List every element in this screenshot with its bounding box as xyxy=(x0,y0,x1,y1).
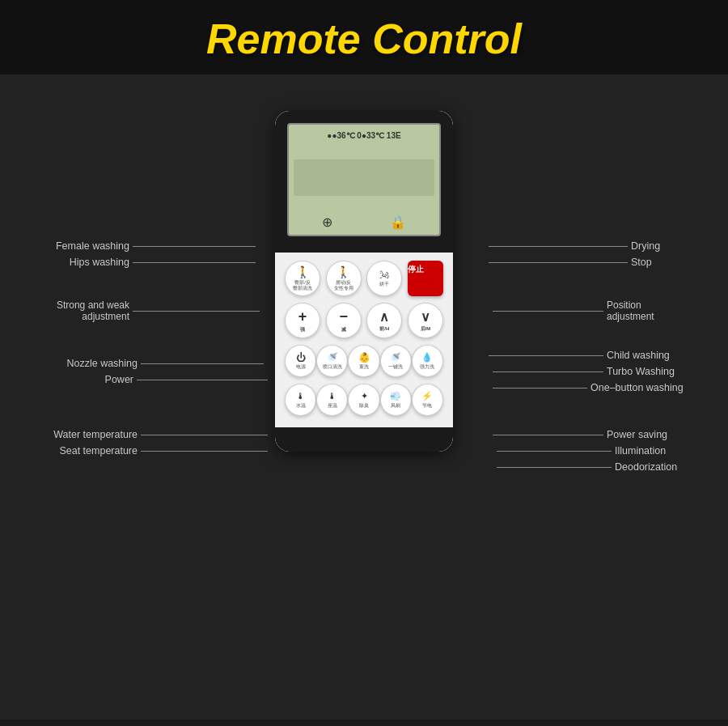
annotation-stop: Stop xyxy=(485,257,696,268)
nozzle-washing-button[interactable]: 🚿 喷口清洗 xyxy=(316,345,348,377)
header: Remote Control xyxy=(0,0,728,74)
nozzle-icon: 🚿 xyxy=(327,352,338,363)
remote-body: 🚶 臀部/反臀部清洗 🚶 摆动/反女性专用 🌬 烘干 停止 xyxy=(275,253,453,427)
turbo-icon: 💧 xyxy=(421,352,433,363)
hips-washing-button[interactable]: 🚶 摆动/反女性专用 xyxy=(326,261,362,296)
annotation-position: Positionadjustment xyxy=(489,299,704,322)
up-icon: ∧ xyxy=(379,309,389,325)
deodorization-label: Deodorization xyxy=(615,461,704,473)
lcd-reading: ●●36℃ 0●33℃ 13E xyxy=(327,131,400,140)
drying-button[interactable]: 🌬 烘干 xyxy=(366,261,402,296)
female-washing-label: Female washing xyxy=(40,240,129,252)
power-icon: ⏻ xyxy=(296,352,306,363)
drying-label: Drying xyxy=(631,240,696,252)
diagram: ●●36℃ 0●33℃ 13E ⊕ 🔒 🚶 臀部/反臀部清洗 xyxy=(16,99,712,714)
lcd-bottom-row: ⊕ 🔒 xyxy=(294,214,434,230)
annotation-power: Power xyxy=(61,374,271,385)
hips-washing-label: Hips washing xyxy=(40,257,129,268)
one-button-washing-button[interactable]: 🚿 一键洗 xyxy=(380,345,412,377)
remote-control: ●●36℃ 0●33℃ 13E ⊕ 🔒 🚶 臀部/反臀部清洗 xyxy=(275,111,453,452)
lcd-screen: ●●36℃ 0●33℃ 13E ⊕ 🔒 xyxy=(287,123,441,236)
one-button-label: One–button washing xyxy=(590,382,704,393)
annotation-strong-weak: Strong and weakadjustment xyxy=(24,299,263,322)
strong-weak-label: Strong and weakadjustment xyxy=(24,299,129,322)
annotation-child-washing: Child washing xyxy=(485,350,704,361)
stop-button[interactable]: 停止 xyxy=(408,261,443,296)
remote-top: ●●36℃ 0●33℃ 13E ⊕ 🔒 xyxy=(275,111,453,253)
power-button[interactable]: ⏻ 电源 xyxy=(285,345,316,377)
annotation-seat-temp: Seat temperature xyxy=(24,445,271,456)
water-temp-icon: 🌡 xyxy=(296,391,305,401)
child-icon: 👶 xyxy=(358,352,370,363)
seat-temp-icon: 🌡 xyxy=(328,391,336,401)
annotation-power-saving: Power saving xyxy=(489,429,704,440)
power-saving-label: Power saving xyxy=(607,429,704,440)
hips-icon: 🚶 xyxy=(336,265,350,279)
position-label: Positionadjustment xyxy=(607,299,704,322)
button-row-2: + 强 − 减 ∧ 前/H ∨ 后/M xyxy=(285,303,443,338)
illumination-button[interactable]: 💨 风刷 xyxy=(380,384,412,416)
strong-button[interactable]: + 强 xyxy=(285,303,320,338)
illumination-label: Illumination xyxy=(615,445,704,456)
button-row-3: ⏻ 电源 🚿 喷口清洗 👶 童洗 🚿 一键洗 xyxy=(285,345,443,377)
annotation-hips-washing: Hips washing xyxy=(40,257,259,268)
annotation-illumination: Illumination xyxy=(493,445,704,456)
turbo-washing-label: Turbo Washing xyxy=(607,366,704,377)
deodorization-icon: ✦ xyxy=(361,391,368,401)
child-washing-label: Child washing xyxy=(607,350,704,361)
main-content: ●●36℃ 0●33℃ 13E ⊕ 🔒 🚶 臀部/反臀部清洗 xyxy=(0,74,728,720)
annotation-water-temp: Water temperature xyxy=(32,429,271,440)
power-saving-icon: ⚡ xyxy=(421,391,433,401)
page-title: Remote Control xyxy=(0,15,728,63)
turbo-washing-button[interactable]: 💧 强力洗 xyxy=(412,345,443,377)
female-icon: 🚶 xyxy=(296,265,310,279)
minus-icon: − xyxy=(339,308,348,326)
stop-label: Stop xyxy=(631,257,696,268)
weak-button[interactable]: − 减 xyxy=(326,303,362,338)
child-washing-button[interactable]: 👶 童洗 xyxy=(348,345,379,377)
annotation-one-button: One–button washing xyxy=(489,382,704,393)
power-label: Power xyxy=(61,374,133,385)
one-button-icon: 🚿 xyxy=(390,352,401,363)
button-row-1: 🚶 臀部/反臀部清洗 🚶 摆动/反女性专用 🌬 烘干 停止 xyxy=(285,261,443,296)
lcd-icon-lock: 🔒 xyxy=(390,214,406,230)
female-washing-button[interactable]: 🚶 臀部/反臀部清洗 xyxy=(285,261,320,296)
water-temp-button[interactable]: 🌡 水温 xyxy=(285,384,316,416)
lcd-middle xyxy=(294,159,434,196)
plus-icon: + xyxy=(298,308,307,326)
lcd-icon-signal: ⊕ xyxy=(322,214,332,230)
drying-icon: 🌬 xyxy=(379,270,389,281)
illumination-icon: 💨 xyxy=(390,391,401,401)
annotation-nozzle-washing: Nozzle washing xyxy=(40,358,267,369)
stop-icon: 停止 xyxy=(408,265,424,274)
power-saving-button[interactable]: ⚡ 节电 xyxy=(412,384,443,416)
remote-bottom xyxy=(275,427,453,452)
forward-button[interactable]: ∧ 前/H xyxy=(366,303,402,338)
deodorization-button[interactable]: ✦ 除臭 xyxy=(348,384,379,416)
button-row-4: 🌡 水温 🌡 座温 ✦ 除臭 💨 风刷 xyxy=(285,384,443,416)
down-icon: ∨ xyxy=(421,309,430,325)
lcd-top-row: ●●36℃ 0●33℃ 13E xyxy=(294,131,434,140)
water-temp-label: Water temperature xyxy=(32,429,138,440)
annotation-deodorization: Deodorization xyxy=(493,461,704,473)
annotation-turbo-washing: Turbo Washing xyxy=(489,366,704,377)
annotation-drying: Drying xyxy=(485,240,696,252)
nozzle-washing-label: Nozzle washing xyxy=(40,358,138,369)
back-button[interactable]: ∨ 后/M xyxy=(408,303,443,338)
annotation-female-washing: Female washing xyxy=(40,240,259,252)
seat-temp-label: Seat temperature xyxy=(24,445,138,456)
seat-temp-button[interactable]: 🌡 座温 xyxy=(316,384,348,416)
